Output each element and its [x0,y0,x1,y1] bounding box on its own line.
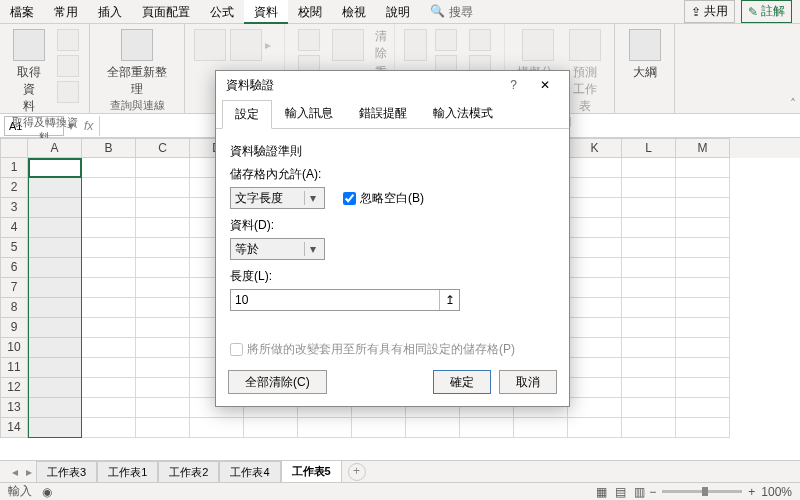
ignore-blank-checkbox[interactable]: 忽略空白(B) [343,190,424,207]
cell[interactable] [136,258,190,278]
cell[interactable] [676,378,730,398]
row-header[interactable]: 10 [0,338,28,358]
tab-error-alert[interactable]: 錯誤提醒 [346,99,420,128]
cell[interactable] [136,238,190,258]
cell[interactable] [676,198,730,218]
tab-ime-mode[interactable]: 輸入法模式 [420,99,506,128]
cell[interactable] [82,418,136,438]
cell[interactable] [568,358,622,378]
sheet-tab[interactable]: 工作表3 [36,461,97,483]
row-header[interactable]: 13 [0,398,28,418]
cell[interactable] [676,158,730,178]
cell[interactable] [622,418,676,438]
menu-formulas[interactable]: 公式 [200,0,244,24]
cell[interactable] [82,398,136,418]
cell[interactable] [568,298,622,318]
allow-select[interactable]: 文字長度▾ [230,187,325,209]
cell[interactable] [676,398,730,418]
row-header[interactable]: 7 [0,278,28,298]
row-header[interactable]: 8 [0,298,28,318]
menu-review[interactable]: 校閱 [288,0,332,24]
menu-insert[interactable]: 插入 [88,0,132,24]
col-header[interactable]: C [136,138,190,158]
cell[interactable] [568,338,622,358]
menu-home[interactable]: 常用 [44,0,88,24]
tab-settings[interactable]: 設定 [222,100,272,129]
macro-record-icon[interactable]: ◉ [42,485,52,499]
cell[interactable] [136,218,190,238]
cell[interactable] [568,418,622,438]
menu-data[interactable]: 資料 [244,0,288,24]
get-data-button[interactable]: 取得資 料 [8,28,50,115]
cell[interactable] [568,218,622,238]
cell[interactable] [82,378,136,398]
cell[interactable] [352,418,406,438]
cell[interactable] [82,158,136,178]
row-header[interactable]: 1 [0,158,28,178]
active-cell[interactable] [28,158,82,178]
cell[interactable] [622,338,676,358]
cell[interactable] [82,198,136,218]
outline-button[interactable]: 大綱 [623,28,666,81]
cancel-button[interactable]: 取消 [499,370,557,394]
view-pagebreak-icon[interactable]: ▥ [630,485,649,499]
cell[interactable] [298,418,352,438]
cell[interactable] [676,258,730,278]
cell[interactable] [568,378,622,398]
dialog-close-button[interactable]: ✕ [527,78,563,92]
cell[interactable] [136,378,190,398]
cell[interactable] [568,178,622,198]
cell[interactable] [82,278,136,298]
ignore-blank-input[interactable] [343,192,356,205]
col-header[interactable]: A [28,138,82,158]
menu-view[interactable]: 檢視 [332,0,376,24]
row-header[interactable]: 2 [0,178,28,198]
cell[interactable] [514,418,568,438]
cell[interactable] [622,158,676,178]
cell[interactable] [622,198,676,218]
cell[interactable] [82,218,136,238]
row-header[interactable]: 4 [0,218,28,238]
sheet-nav-next[interactable]: ▸ [22,465,36,479]
apply-all-checkbox[interactable]: 將所做的改變套用至所有具有相同設定的儲存格(P) [230,341,555,358]
dialog-help-button[interactable]: ? [500,78,527,92]
row-header[interactable]: 3 [0,198,28,218]
forecast-button[interactable]: 預測 工作表 [564,28,606,115]
cell[interactable] [136,298,190,318]
cell[interactable] [622,178,676,198]
cell[interactable] [136,318,190,338]
cell[interactable] [568,158,622,178]
cell[interactable] [136,418,190,438]
cell[interactable] [82,178,136,198]
cell[interactable] [676,178,730,198]
row-header[interactable]: 5 [0,238,28,258]
refresh-all-button[interactable]: 全部重新整理 [98,28,176,98]
col-header[interactable]: M [676,138,730,158]
cell[interactable] [82,358,136,378]
cell[interactable] [622,258,676,278]
cell[interactable] [136,338,190,358]
tab-input-message[interactable]: 輸入訊息 [272,99,346,128]
cell[interactable] [622,238,676,258]
col-header[interactable]: B [82,138,136,158]
cell[interactable] [568,258,622,278]
clear-filter[interactable]: 清除 [375,28,387,62]
zoom-out-button[interactable]: − [649,485,656,499]
cell[interactable] [244,418,298,438]
ok-button[interactable]: 確定 [433,370,491,394]
range-picker-button[interactable]: ↥ [439,290,459,310]
add-sheet-button[interactable]: + [348,463,366,481]
row-header[interactable]: 12 [0,378,28,398]
menu-search[interactable]: 🔍 搜尋 [420,0,483,24]
sheet-nav-prev[interactable]: ◂ [8,465,22,479]
fx-icon[interactable]: fx [84,119,93,133]
cell[interactable] [622,358,676,378]
cell[interactable] [622,398,676,418]
cell[interactable] [136,358,190,378]
row-header[interactable]: 11 [0,358,28,378]
cell[interactable] [622,218,676,238]
cell[interactable] [568,278,622,298]
row-header[interactable]: 6 [0,258,28,278]
col-header[interactable]: K [568,138,622,158]
cell[interactable] [406,418,460,438]
